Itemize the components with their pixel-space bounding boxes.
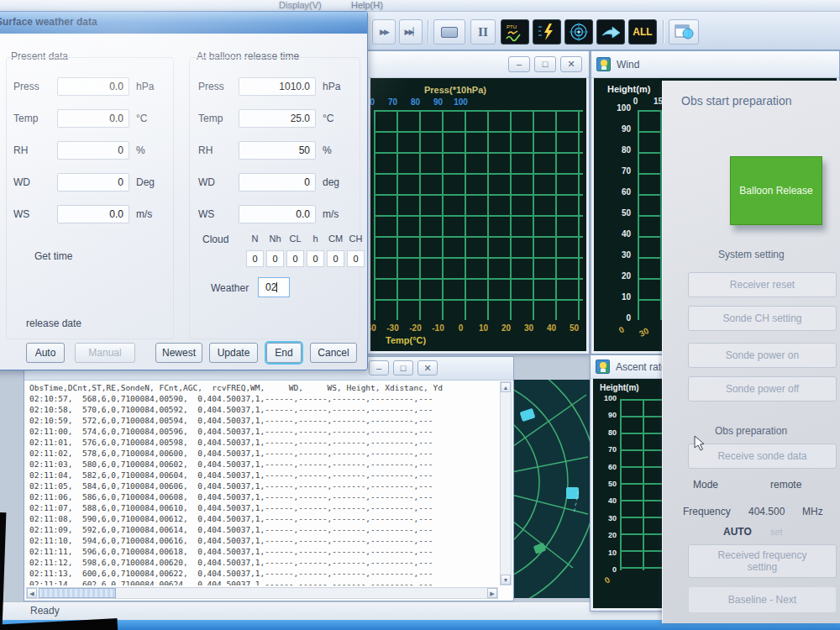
received-frequency-setting-button[interactable]: Received frequency setting — [688, 544, 837, 578]
axis-tick: 10 — [472, 323, 495, 333]
cloud-value-input[interactable]: 0 — [266, 250, 284, 267]
obs-panel-title: Obs start preparation — [681, 94, 792, 108]
maximize-icon[interactable]: □ — [534, 56, 556, 72]
dialog-titlebar[interactable]: Surface weather data — [0, 12, 367, 34]
window-switch-icon[interactable] — [669, 19, 699, 45]
scroll-right-icon[interactable]: ▶ — [487, 588, 497, 598]
close-icon[interactable]: ✕ — [560, 56, 582, 72]
cloud-column-label: Nh — [266, 234, 284, 244]
frequency-value: 404.500 — [748, 506, 785, 517]
ptu-waves-icon[interactable]: PTU — [501, 19, 529, 45]
present-fields: Press 0.0 hPa Temp 0.0 °C RH 0 % WD — [13, 71, 155, 230]
temp-chart-titlebar[interactable]: – □ ✕ — [368, 51, 589, 78]
sonde-power-off-button[interactable]: Sonde power off — [688, 376, 837, 402]
cloud-value-input[interactable]: 0 — [307, 250, 324, 267]
field-input[interactable]: 0.0 — [57, 205, 129, 223]
release-fields: Press 1010.0 hPa Temp 25.0 °C RH 50 % — [198, 71, 340, 230]
field-input[interactable]: 0 — [57, 141, 129, 160]
cloud-column-label: h — [307, 234, 324, 244]
weather-label: Weather — [211, 282, 249, 294]
log-row: 02:11:03, 580,6,0,7100084,00602, 0,404.5… — [29, 459, 498, 470]
newest-button[interactable]: Newest — [155, 343, 202, 363]
end-button[interactable]: End — [266, 343, 302, 363]
receiver-reset-button[interactable]: Receiver reset — [688, 272, 837, 297]
axis-tick: 90 — [593, 411, 617, 428]
scroll-down-icon[interactable]: ▼ — [501, 575, 511, 585]
field-row: WD 0 deg — [198, 166, 340, 198]
log-row: 02:11:12, 598,6,0,7100084,00620, 0,404.5… — [29, 557, 498, 568]
field-row: RH 50 % — [198, 134, 340, 166]
auto-button[interactable]: Auto — [26, 343, 65, 363]
weather-input[interactable]: 02 — [258, 277, 290, 297]
wind-bottom-tick: 30 — [638, 326, 650, 339]
skip-to-end-icon[interactable]: ▶▶▏ — [399, 19, 423, 45]
receive-sonde-data-button[interactable]: Receive sonde data — [688, 444, 837, 469]
field-label: WS — [198, 208, 239, 220]
log-row: 02:11:01, 576,6,0,7100084,00598, 0,404.5… — [29, 437, 498, 448]
log-row: 02:11:09, 592,6,0,7100084,00614, 0,404.5… — [29, 524, 498, 535]
release-date-label: release date — [26, 318, 81, 329]
sonde-ch-setting-button[interactable]: Sonde CH setting — [688, 306, 837, 331]
minimize-icon[interactable]: – — [508, 56, 530, 72]
cloud-value-input[interactable]: 0 — [347, 250, 365, 267]
field-input[interactable]: 25.0 — [239, 109, 316, 128]
axis-tick: 20 — [593, 531, 617, 548]
field-input[interactable]: 1010.0 — [239, 77, 316, 96]
field-row: WS 0.0 m/s — [13, 198, 155, 230]
log-row: 02:11:08, 590,6,0,7100084,00612, 0,404.5… — [29, 513, 498, 524]
balloon-release-button[interactable]: Balloon Release — [730, 156, 822, 225]
all-icon-label: ALL — [633, 26, 652, 38]
column-icon[interactable]: II — [470, 19, 496, 45]
lightning-icon[interactable] — [533, 19, 561, 45]
log-text[interactable]: ObsTime,DCnt,ST,RE,SondeN, FCnt,AGC, rcv… — [29, 382, 498, 585]
scroll-up-icon[interactable]: ▲ — [501, 382, 511, 392]
cloud-column-label: CH — [347, 234, 365, 244]
field-input[interactable]: 0.0 — [239, 205, 316, 223]
field-input[interactable]: 0.0 — [57, 77, 129, 96]
maximize-icon[interactable]: □ — [393, 360, 413, 375]
field-label: Press — [13, 81, 57, 92]
menu-bar: Display(V) Help(H) — [0, 0, 840, 12]
minimize-icon[interactable]: – — [369, 360, 389, 375]
axis-tick: -30 — [381, 323, 404, 333]
cloud-value-input[interactable]: 0 — [286, 250, 304, 267]
field-input[interactable]: 0 — [57, 173, 129, 192]
sonde-power-on-button[interactable]: Sonde power on — [688, 343, 837, 368]
axis-tick: 40 — [597, 229, 631, 250]
horizontal-scrollbar[interactable]: ◀ ▶ — [26, 587, 498, 599]
baseline-next-button[interactable]: Baseline - Next — [688, 586, 837, 613]
cloud-value-input[interactable]: 0 — [327, 250, 344, 267]
wind-titlebar[interactable]: Wind — [591, 51, 839, 78]
wind-window-title: Wind — [617, 59, 639, 71]
monitor-icon[interactable] — [433, 19, 465, 45]
fast-forward-icon[interactable]: ▶▶ — [372, 19, 396, 45]
menu-display[interactable]: Display(V) — [279, 0, 322, 10]
auto-label: AUTO — [723, 526, 752, 538]
update-button[interactable]: Update — [209, 343, 258, 363]
close-icon[interactable]: ✕ — [417, 360, 438, 375]
field-input[interactable]: 0.0 — [57, 109, 129, 128]
radar-target-icon[interactable] — [564, 19, 593, 45]
arrow-right-icon[interactable] — [596, 19, 625, 45]
field-input[interactable]: 0 — [239, 173, 316, 192]
field-row: WS 0.0 m/s — [198, 198, 340, 230]
cancel-button[interactable]: Cancel — [310, 343, 357, 363]
balloon-icon — [596, 360, 610, 374]
field-input[interactable]: 50 — [239, 141, 316, 160]
all-icon[interactable]: ALL — [628, 19, 657, 45]
manual-button[interactable]: Manual — [75, 343, 135, 363]
axis-tick: 10 — [593, 549, 617, 565]
menu-help[interactable]: Help(H) — [351, 0, 383, 10]
log-header: ObsTime,DCnt,ST,RE,SondeN, FCnt,AGC, rcv… — [29, 382, 498, 393]
axis-tick: 0 — [449, 323, 472, 333]
scrollbar-thumb[interactable] — [39, 588, 116, 598]
scroll-left-icon[interactable]: ◀ — [27, 588, 37, 598]
log-row: 02:11:07, 588,6,0,7100084,00610, 0,404.5… — [29, 502, 498, 513]
axis-tick: 100 — [449, 97, 472, 107]
vertical-scrollbar[interactable]: ▲ ▼ — [500, 381, 512, 585]
axis-tick: 10 — [597, 292, 631, 313]
temp-chart-area: Press(*10hPa) 60708090100 -40-30-20-1001… — [370, 78, 586, 351]
cloud-value-input[interactable]: 0 — [246, 250, 264, 267]
axis-tick: 90 — [597, 124, 631, 145]
log-row: 02:11:04, 582,6,0,7100084,00604, 0,404.5… — [29, 470, 498, 480]
